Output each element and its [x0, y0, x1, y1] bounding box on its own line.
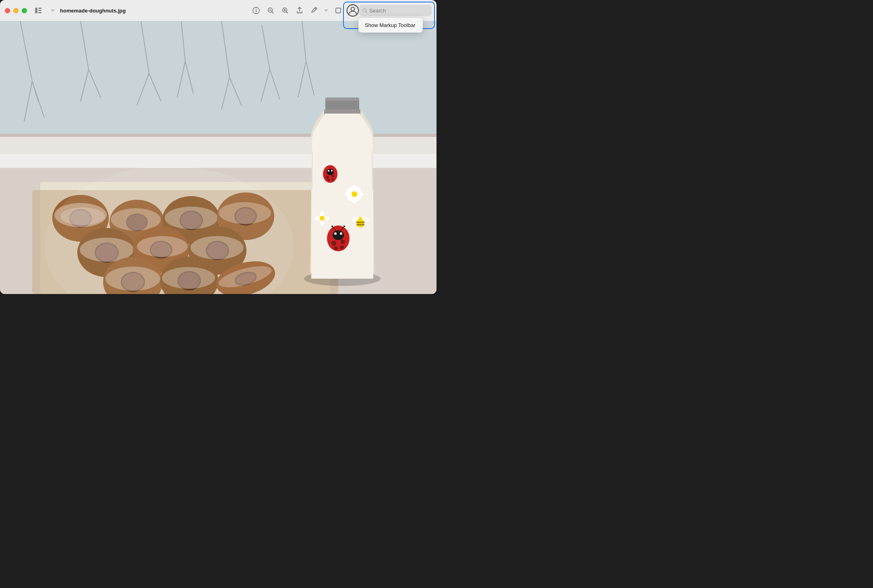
svg-rect-94: [325, 97, 359, 101]
svg-point-116: [333, 230, 344, 240]
svg-point-114: [352, 191, 357, 197]
svg-point-126: [343, 226, 345, 227]
sidebar-icon: [35, 8, 41, 13]
svg-rect-2: [38, 10, 41, 11]
info-button[interactable]: [250, 5, 263, 16]
svg-point-102: [331, 178, 334, 181]
svg-point-103: [328, 170, 329, 172]
svg-point-16: [351, 7, 355, 11]
svg-rect-3: [38, 12, 41, 13]
search-dropdown-menu: Show Markup Toolbar: [358, 18, 423, 33]
info-icon: [252, 7, 260, 14]
photo-background: [0, 21, 436, 294]
crop-button[interactable]: [332, 5, 345, 16]
maximize-button[interactable]: [22, 8, 27, 13]
svg-point-104: [331, 170, 333, 172]
chevron-down-small-icon: [325, 9, 328, 12]
svg-rect-0: [35, 8, 37, 13]
share-button[interactable]: [293, 5, 306, 16]
crop-icon: [335, 7, 342, 14]
image-container: [0, 21, 436, 294]
markup-person-icon: [346, 4, 359, 17]
annotate-dropdown-button[interactable]: [322, 5, 330, 16]
annotate-button[interactable]: [308, 5, 321, 16]
close-button[interactable]: [5, 8, 10, 13]
minimize-button[interactable]: [13, 8, 19, 13]
svg-point-119: [334, 246, 338, 250]
zoom-out-button[interactable]: [264, 5, 277, 16]
search-input-container: [359, 5, 432, 16]
svg-point-136: [324, 216, 329, 220]
sidebar-toggle-dropdown[interactable]: [49, 5, 57, 16]
search-icon: [362, 8, 368, 13]
svg-point-120: [340, 245, 344, 249]
markup-person-button[interactable]: [346, 5, 359, 16]
sidebar-toggle-button[interactable]: [32, 5, 45, 16]
svg-point-100: [332, 175, 335, 178]
svg-point-121: [334, 232, 337, 235]
svg-point-137: [320, 216, 325, 221]
app-window: homemade-doughnuts.jpg: [0, 0, 436, 294]
svg-point-98: [327, 169, 334, 175]
share-icon: [296, 7, 303, 14]
toolbar-actions: Show Markup Toolbar: [250, 5, 432, 16]
svg-point-125: [331, 226, 333, 227]
svg-point-101: [327, 179, 330, 181]
svg-point-135: [315, 216, 321, 220]
svg-point-133: [320, 211, 324, 217]
titlebar: homemade-doughnuts.jpg: [0, 0, 436, 21]
show-markup-toolbar-item[interactable]: Show Markup Toolbar: [358, 19, 423, 31]
svg-rect-1: [38, 8, 41, 9]
search-area: Show Markup Toolbar: [346, 5, 432, 16]
svg-point-122: [340, 232, 342, 235]
svg-line-13: [286, 12, 288, 13]
svg-line-18: [366, 11, 367, 12]
svg-point-134: [320, 220, 324, 226]
svg-point-99: [326, 176, 329, 179]
svg-rect-129: [356, 224, 364, 226]
zoom-in-button[interactable]: [279, 5, 292, 16]
traffic-lights: [5, 8, 27, 13]
svg-line-9: [272, 12, 273, 13]
pen-icon: [310, 7, 318, 14]
svg-point-6: [256, 9, 257, 10]
svg-rect-14: [336, 8, 341, 13]
zoom-out-icon: [267, 7, 274, 14]
chevron-down-icon: [51, 9, 54, 12]
svg-rect-128: [356, 222, 364, 223]
svg-point-118: [341, 240, 345, 244]
zoom-in-icon: [281, 7, 289, 14]
photo-scene: [0, 21, 436, 294]
svg-point-117: [331, 241, 336, 246]
search-input[interactable]: [369, 8, 428, 14]
window-title: homemade-doughnuts.jpg: [60, 8, 126, 14]
